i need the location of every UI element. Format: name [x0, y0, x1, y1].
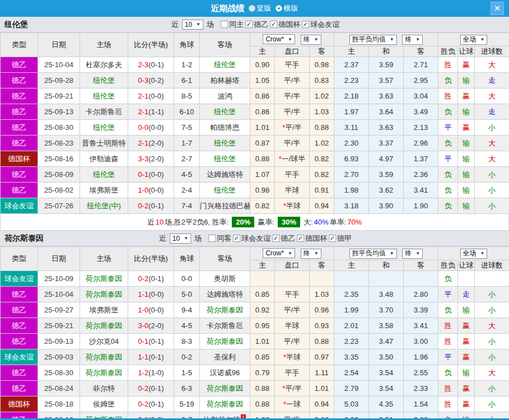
odds-away-cell: 0.94	[310, 396, 334, 412]
team-name-wrap: 荷尔斯泰因	[86, 368, 122, 377]
layout-radio-vertical[interactable]: 竖版	[249, 3, 272, 13]
team-name-text: 纽伦堡	[214, 108, 236, 116]
result-wdl-cell: 胜	[438, 381, 458, 396]
layout-radio-horizontal[interactable]: 横版	[275, 3, 298, 13]
filter-prefix-label: 近	[159, 234, 166, 244]
checkbox-label: 同主	[229, 20, 244, 30]
scope-select[interactable]: 全场▼	[460, 35, 488, 45]
avg-home-cell: 2.30	[334, 136, 369, 151]
filter-checkbox-德乙[interactable]: ✓德乙	[272, 234, 295, 244]
date-cell: 25-08-30	[38, 365, 80, 381]
odds-home-cell: 0.87	[250, 136, 275, 151]
halftime-score: (0-1)	[148, 353, 164, 361]
table-row: 德乙25-09-21荷尔斯泰因3-0(2-0)4-5卡尔斯鲁厄0.95半球0.9…	[1, 318, 509, 334]
select-value: 10	[172, 235, 180, 242]
handicap-cell: 平/半	[275, 334, 310, 349]
date-cell: 25-08-30	[38, 120, 80, 136]
away-team-cell: 纽伦堡	[200, 136, 250, 151]
dropdown-arrow-icon: ▼	[288, 251, 292, 256]
avg-away-cell: 2.36	[404, 167, 438, 183]
table-row: 德乙25-08-23普鲁士明斯特2-1(2-0)1-7纽伦堡0.87平/半1.0…	[1, 136, 509, 151]
odds-source-select[interactable]: Crow*▼	[263, 248, 295, 258]
corner-cell: 5-0	[174, 287, 200, 302]
odds-final-select[interactable]: 终▼	[301, 35, 321, 45]
checkbox-icon: ✓	[297, 235, 304, 242]
score-cell: 0-1(0-0)	[128, 167, 174, 183]
table-row: 德乙25-08-30纽伦堡0-0(0-0)7-5帕德博恩1.01*平/半0.88…	[1, 120, 509, 136]
checkbox-label: 德国杯	[278, 20, 300, 30]
result-goal-cell: 小	[475, 120, 509, 136]
score-cell: 3-3(2-0)	[128, 151, 174, 167]
away-team-cell: 达姆施塔特	[200, 287, 250, 302]
halftime-score: (0-0)	[148, 92, 164, 100]
fulltime-score: 1-1	[138, 353, 148, 361]
avg-final-select[interactable]: 终▼	[402, 35, 423, 45]
result-wdl-cell: 负	[438, 271, 458, 287]
table-row: 球会友谊25-10-09荷尔斯泰因0-2(0-1)0-0奥胡斯负	[1, 271, 509, 287]
home-team-cell: 侯姆堡	[80, 396, 128, 412]
team-name-wrap: 埃弗斯堡	[90, 186, 119, 194]
filter-checkbox-同主[interactable]: 同主	[221, 20, 244, 30]
result-handicap-cell: 输	[458, 73, 475, 88]
odds-final-select[interactable]: 终▼	[301, 249, 321, 259]
avg-draw-cell: 3.59	[369, 167, 404, 183]
score-cell: 1-1(0-0)	[128, 287, 174, 302]
sub-header-wdl: 胜负	[438, 260, 458, 271]
filter-checkbox-同客[interactable]: 同客	[208, 234, 231, 244]
league-cell: 德乙	[1, 73, 38, 88]
avg-home-cell: 2.54	[334, 365, 369, 381]
avg-select[interactable]: 胜平负均值▼	[349, 35, 397, 45]
odds-away-cell: 0.96	[310, 302, 334, 318]
sub-header-odds-away: 客	[310, 260, 334, 271]
filter-checkbox-德国杯[interactable]: ✓德国杯	[270, 20, 300, 30]
window-title: 近期战绩	[211, 3, 245, 14]
fulltime-score: 3-0	[138, 321, 148, 330]
sub-header-avg-draw: 和	[369, 46, 404, 57]
filter-checkbox-球会友谊[interactable]: ✓球会友谊	[233, 234, 270, 244]
avg-draw-cell: 3.48	[369, 287, 404, 302]
result-goal-cell: 小	[475, 287, 509, 302]
odds-source-select[interactable]: Crow*▼	[263, 34, 295, 44]
select-value: 10	[185, 21, 192, 29]
home-team-cell: 纽伦堡	[80, 120, 128, 136]
filter-checkbox-德国杯[interactable]: ✓德国杯	[297, 234, 327, 244]
table-row: 球会友谊25-07-26纽伦堡(中)0-2(0-1)7-4门兴格拉德巴赫0.82…	[1, 198, 509, 214]
filter-checkbox-德甲[interactable]: ✓德甲	[329, 234, 352, 244]
fulltime-score: 3-3	[138, 155, 148, 163]
handicap-cell: *一/球半	[275, 151, 310, 167]
scope-select[interactable]: 全场▼	[460, 249, 488, 259]
date-cell: 25-10-09	[38, 271, 80, 287]
avg-final-select[interactable]: 终▼	[402, 249, 423, 259]
team-name-wrap: 荷尔斯泰因	[207, 384, 243, 393]
avg-away-cell: 1.96	[404, 349, 438, 365]
date-cell: 25-09-21	[38, 88, 80, 104]
checkbox-icon: ✓	[245, 21, 253, 28]
summary-segment: 单率:	[330, 217, 347, 227]
match-count-select[interactable]: 10▼	[170, 234, 191, 244]
close-button[interactable]: ✕	[491, 2, 504, 15]
select-value: 胜平负均值	[352, 35, 386, 44]
league-cell: 德乙	[1, 381, 38, 396]
col-header-home: 主场	[80, 247, 128, 271]
result-goal-cell	[475, 271, 509, 287]
avg-away-cell: 3.00	[404, 334, 438, 349]
result-handicap-cell: 赢	[458, 318, 475, 334]
team-section-header: 荷尔斯泰因 近10▼场同客✓球会友谊✓德乙✓德国杯✓德甲	[0, 231, 509, 246]
result-handicap-cell: 输	[458, 136, 475, 151]
team-name-text: 奥胡斯	[214, 274, 236, 283]
match-count-select[interactable]: 10▼	[182, 20, 203, 30]
avg-away-cell: 1.54	[404, 396, 438, 412]
handicap-cell: 平手	[275, 57, 310, 73]
filter-checkbox-德乙[interactable]: ✓德乙	[245, 20, 268, 30]
odds-home-cell: 0.88	[250, 151, 275, 167]
dropdown-arrow-icon: ▼	[390, 251, 394, 256]
avg-select[interactable]: 胜平负均值▼	[349, 249, 397, 259]
summary-segment: 30%	[278, 217, 300, 227]
dropdown-arrow-icon: ▼	[480, 37, 485, 42]
dropdown-arrow-icon: ▼	[390, 37, 394, 42]
team-name-text: 纽伦堡	[93, 92, 115, 100]
filter-checkbox-球会友谊[interactable]: ✓球会友谊	[302, 20, 339, 30]
avg-away-cell: 1.90	[404, 198, 438, 214]
checkbox-icon: ✓	[272, 235, 279, 242]
summary-segment: 40%	[314, 218, 329, 226]
